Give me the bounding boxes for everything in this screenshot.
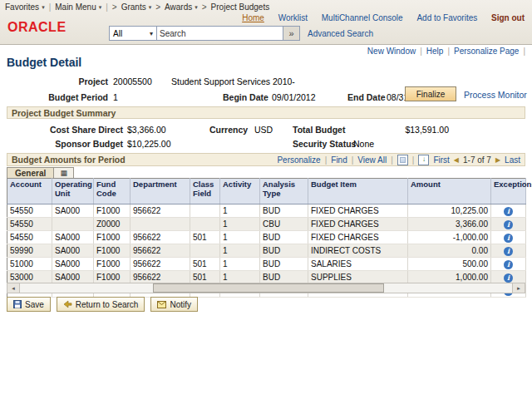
- first-link[interactable]: First: [433, 155, 449, 165]
- last-link[interactable]: Last: [505, 155, 520, 165]
- col-header-fund-code[interactable]: Fund Code: [94, 179, 131, 204]
- budget-amounts-table: Account Operating Unit Fund Code Departm…: [7, 178, 526, 298]
- col-header-analysis-type[interactable]: Analysis Type: [260, 179, 308, 204]
- exception-info-icon[interactable]: i: [504, 220, 513, 229]
- end-date-label: End Date: [347, 92, 386, 102]
- separator: [412, 155, 415, 165]
- cell-budget-item: INDIRECT COSTS: [308, 244, 408, 258]
- add-to-favorites-link[interactable]: Add to Favorites: [416, 13, 477, 22]
- cell-department: 956622: [131, 258, 190, 271]
- cell-class-field: [190, 218, 220, 231]
- next-page-icon[interactable]: ▶: [495, 156, 500, 164]
- col-header-account[interactable]: Account: [7, 179, 52, 204]
- oracle-logo: ORACLE: [7, 20, 66, 35]
- process-monitor-link[interactable]: Process Monitor: [464, 90, 527, 100]
- multichannel-console-link[interactable]: MultiChannel Console: [322, 13, 403, 22]
- cell-amount: 10,225.00: [408, 204, 491, 218]
- col-header-activity[interactable]: Activity: [220, 179, 260, 204]
- cell-account: 54550: [7, 218, 52, 231]
- breadcrumb-arrow: [112, 2, 117, 12]
- personalize-page-link[interactable]: Personalize Page: [454, 47, 519, 56]
- breadcrumb-current-page: Project Budgets: [211, 2, 270, 12]
- home-link[interactable]: Home: [242, 13, 264, 22]
- scroll-left-button[interactable]: ◄: [7, 283, 20, 293]
- separator: [447, 47, 450, 56]
- previous-page-icon[interactable]: ◀: [454, 156, 459, 164]
- favorites-label: Favorites: [5, 2, 39, 12]
- col-header-operating-unit[interactable]: Operating Unit: [52, 179, 94, 204]
- portal-header: Favorites ▾ Main Menu ▾ Grants ▾ Awards …: [0, 0, 532, 45]
- cell-activity: 1: [220, 231, 260, 244]
- security-status-label: Security Status: [293, 139, 356, 149]
- table-row: 54550 SA000 F1000 956622 501 1 BUD FIXED…: [7, 231, 526, 244]
- col-header-amount[interactable]: Amount: [408, 179, 491, 204]
- table-row: 54550 SA000 F1000 956622 1 BUD FIXED CHA…: [7, 204, 526, 218]
- breadcrumb: Favorites ▾ Main Menu ▾ Grants ▾ Awards …: [5, 2, 269, 12]
- budget-period-value: 1: [113, 92, 118, 102]
- scroll-left-icon: ◄: [11, 286, 16, 291]
- search-go-button[interactable]: »: [283, 26, 300, 41]
- advanced-search-link[interactable]: Advanced Search: [308, 29, 373, 38]
- cell-amount: 0.00: [408, 244, 491, 258]
- breadcrumb-arrow: [155, 2, 160, 12]
- cell-activity: 1: [220, 258, 260, 271]
- zoom-grid-icon[interactable]: [397, 155, 408, 165]
- cell-department: 956622: [131, 244, 190, 258]
- search-scope-dropdown[interactable]: All ▾: [109, 26, 157, 41]
- separator: [352, 155, 354, 165]
- exception-info-icon[interactable]: i: [504, 273, 513, 283]
- col-header-exceptions[interactable]: Exceptions: [491, 179, 526, 204]
- favorites-menu[interactable]: Favorites ▾: [5, 2, 45, 12]
- save-disk-icon: [13, 300, 22, 308]
- exception-info-icon[interactable]: i: [504, 234, 513, 243]
- separator: [391, 155, 393, 165]
- breadcrumb-item-awards[interactable]: Awards ▾: [165, 2, 198, 12]
- notify-button[interactable]: Notify: [150, 297, 198, 312]
- view-all-link[interactable]: View All: [357, 155, 387, 165]
- search-scope-value: All: [113, 29, 122, 38]
- download-icon[interactable]: ↓: [418, 155, 429, 165]
- cell-class-field: [190, 244, 220, 258]
- find-link[interactable]: Find: [331, 155, 347, 165]
- cell-analysis-type: BUD: [260, 258, 308, 271]
- grid-horizontal-scrollbar[interactable]: ◄ ►: [7, 283, 525, 293]
- table-row: 59990 SA000 F1000 956622 1 BUD INDIRECT …: [7, 244, 526, 258]
- project-description: Student Support Services 2010-: [171, 76, 295, 86]
- new-window-link[interactable]: New Window: [367, 47, 416, 56]
- main-menu[interactable]: Main Menu ▾: [55, 2, 101, 12]
- return-to-search-button[interactable]: Return to Search: [57, 297, 145, 312]
- scrollbar-thumb[interactable]: [153, 283, 384, 293]
- chevron-down-icon: ▾: [99, 4, 102, 11]
- finalize-button[interactable]: Finalize: [405, 86, 456, 101]
- sign-out-link[interactable]: Sign out: [491, 13, 525, 22]
- security-status-value: None: [353, 139, 374, 149]
- summary-section-bar: Project Budget Summary: [7, 106, 525, 119]
- save-button-label: Save: [25, 300, 44, 309]
- cell-exceptions: i: [491, 204, 526, 218]
- cell-exceptions: i: [491, 231, 526, 244]
- col-header-budget-item[interactable]: Budget Item: [308, 179, 408, 204]
- breadcrumb-item-label: Grants: [121, 2, 146, 12]
- show-all-columns-tab[interactable]: ▦: [54, 167, 74, 178]
- cell-analysis-type: BUD: [260, 204, 308, 218]
- worklist-link[interactable]: Worklist: [278, 13, 308, 22]
- exception-info-icon[interactable]: i: [504, 260, 513, 269]
- personalize-link[interactable]: Personalize: [277, 155, 320, 165]
- search-input[interactable]: [157, 26, 283, 41]
- scroll-right-button[interactable]: ►: [512, 283, 525, 293]
- chevron-down-icon: ▾: [150, 30, 153, 37]
- grid-section-bar: Budget Amounts for Period Personalize Fi…: [7, 153, 525, 166]
- grid-tab-row: General ▦: [7, 166, 74, 178]
- cell-account: 54550: [7, 204, 52, 218]
- exception-info-icon[interactable]: i: [504, 207, 513, 216]
- col-header-class-field[interactable]: Class Field: [190, 179, 220, 204]
- help-link[interactable]: Help: [426, 47, 444, 56]
- cell-fund-code: F1000: [94, 244, 131, 258]
- scrollbar-track[interactable]: [20, 283, 512, 293]
- breadcrumb-item-grants[interactable]: Grants ▾: [121, 2, 152, 12]
- exception-info-icon[interactable]: i: [504, 247, 513, 256]
- col-header-department[interactable]: Department: [131, 179, 190, 204]
- tab-general[interactable]: General: [7, 167, 54, 178]
- save-button[interactable]: Save: [7, 297, 51, 312]
- scroll-right-icon: ►: [516, 286, 521, 291]
